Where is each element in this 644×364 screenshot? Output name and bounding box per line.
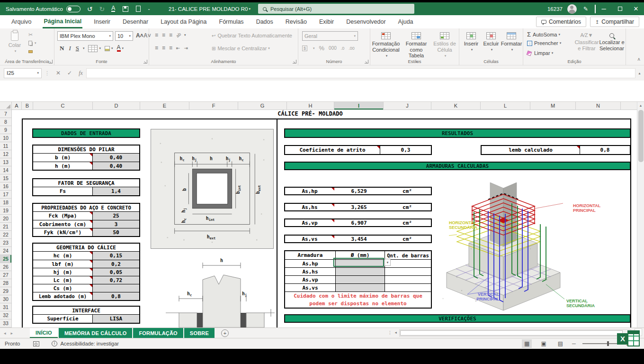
new-document-icon[interactable] <box>136 6 141 12</box>
orientation-icon[interactable]: ab <box>174 30 183 39</box>
as-hp-unit[interactable]: cm² <box>384 188 431 194</box>
close-button[interactable]: ✕ <box>628 2 644 15</box>
vertical-scrollbar[interactable]: ▲ <box>637 102 644 328</box>
geometria-title[interactable]: GEOMETRIA DO CÁLICE <box>33 244 139 252</box>
save-icon[interactable] <box>123 6 128 12</box>
cs-label[interactable]: Cs (m) <box>33 284 92 292</box>
align-top-icon[interactable]: ≡ <box>153 32 160 38</box>
column-header-M[interactable]: M <box>530 102 576 110</box>
input-data-banner[interactable]: DADOS DE ENTRADA <box>32 128 140 138</box>
increase-decimal-icon[interactable]: .0 <box>341 46 345 51</box>
comments-button[interactable]: Comentários <box>536 17 586 27</box>
zoom-slider[interactable] <box>582 343 619 344</box>
accessibility-status[interactable]: Acessibilidade: investigar <box>60 341 119 346</box>
barras-as-vs[interactable]: As,vs <box>285 284 335 291</box>
lemb-value[interactable]: 0,8 <box>580 146 630 154</box>
sheet-tab-formulacao[interactable]: FORMULAÇÃO <box>133 328 183 338</box>
pen-icon[interactable]: ✎ <box>583 6 588 12</box>
barras-as-hs[interactable]: As,hs <box>285 268 335 275</box>
merge-center-button[interactable]: ⊞ Mesclar e Centralizar ▾ <box>210 46 270 51</box>
vertical-scroll-thumb[interactable] <box>638 110 644 162</box>
fill-color-icon[interactable] <box>105 46 110 51</box>
tab-formulas[interactable]: Fórmulas <box>218 16 245 27</box>
bold-button[interactable]: N <box>57 45 66 52</box>
zoom-out-icon[interactable]: ─ <box>572 341 576 346</box>
formula-bar-drag-dots[interactable]: ⋮ <box>45 70 50 76</box>
cell-dropdown-icon[interactable]: ▼ <box>385 259 391 266</box>
barras-as-vp-qnt-input[interactable] <box>385 276 431 283</box>
tab-arquivo[interactable]: Arquivo <box>10 16 32 27</box>
copy-button[interactable]: ▾ <box>28 39 36 47</box>
decrease-indent-icon[interactable]: ⇤ <box>174 46 182 51</box>
percent-icon[interactable]: % <box>319 45 325 52</box>
delete-cells-button[interactable]: Excluir ▾ <box>481 29 501 52</box>
fyk-value[interactable]: 50 <box>92 228 139 236</box>
column-header-F[interactable]: F <box>189 102 238 110</box>
column-header-D[interactable]: D <box>93 102 140 110</box>
borders-icon[interactable] <box>88 45 98 52</box>
cut-button[interactable]: ✂ <box>28 30 36 39</box>
align-left-icon[interactable]: ≡ <box>153 45 160 51</box>
name-box[interactable]: I25 ▾ <box>4 68 42 78</box>
as-hs-value[interactable]: 3,265 <box>334 204 384 210</box>
interface-title[interactable]: INTERFACE <box>33 307 139 315</box>
cs-value[interactable] <box>92 284 139 292</box>
column-header-A[interactable]: A <box>12 102 22 110</box>
sheet-tab-inicio[interactable]: INÍCIO <box>30 328 58 338</box>
hc-value[interactable]: 0,15 <box>92 252 139 260</box>
formula-input[interactable] <box>86 68 635 78</box>
font-name-select[interactable]: IBM Plex Mono▾ <box>57 31 113 41</box>
align-right-icon[interactable]: ≡ <box>167 45 174 51</box>
atrito-value[interactable]: 0,3 <box>380 146 431 154</box>
armaduras-banner[interactable]: ARMADURAS CALCULADAS <box>284 162 631 170</box>
hj-value[interactable]: 0,05 <box>92 268 139 276</box>
font-color-icon[interactable]: A <box>111 6 115 12</box>
autosum-button[interactable]: Σ AutoSoma▾ <box>527 31 560 38</box>
horizontal-scrollbar[interactable]: ⁞ ◂ <box>389 328 631 337</box>
font-dialog-launcher-icon[interactable] <box>143 60 147 64</box>
selected-cell-outline[interactable] <box>333 258 384 267</box>
seguranca-title[interactable]: FATOR DE SEGURANÇA <box>33 179 139 187</box>
sheet-nav-left-icon[interactable]: ◂ <box>4 331 6 336</box>
as-vp-value[interactable]: 6,907 <box>334 219 384 226</box>
column-header-K[interactable]: K <box>431 102 481 110</box>
barras-as-hs-qnt-input[interactable] <box>385 268 431 275</box>
barras-as-vs-diametro-input[interactable] <box>335 284 385 291</box>
cobrimento-label[interactable]: Cobrimento (cm) <box>33 220 92 228</box>
verificacoes-banner[interactable]: VERIFICAÇÕES <box>284 314 631 323</box>
conditional-formatting-button[interactable]: Formatação Condicional ▾ <box>371 29 401 58</box>
alignment-dialog-launcher-icon[interactable] <box>293 60 296 64</box>
toggle-pill-icon[interactable] <box>66 6 80 12</box>
fs-label[interactable]: Fs <box>33 187 92 195</box>
fill-button[interactable]: ↓ Preencher▾ <box>527 40 561 46</box>
quick-access-chevron-icon[interactable]: ⌄ <box>147 7 151 11</box>
add-sheet-button[interactable]: + <box>221 329 229 337</box>
column-header-I[interactable]: I <box>334 102 384 110</box>
sheet-tab-memoria[interactable]: MEMÓRIA DE CÁLCULO <box>59 328 133 338</box>
tab-revisao[interactable]: Revisão <box>285 16 308 27</box>
sheet-tab-sobre[interactable]: SOBRE <box>184 328 215 338</box>
font-color-button[interactable]: A <box>117 45 121 52</box>
document-title[interactable]: 21- CALICE PRE MOLDADO R0 ▾ <box>169 6 250 12</box>
superficie-value[interactable]: LISA <box>92 315 139 323</box>
collapse-ribbon-icon[interactable]: ˄ <box>637 57 640 62</box>
sheet-nav-right-icon[interactable]: ▸ <box>11 331 13 336</box>
macro-record-icon[interactable] <box>33 341 39 346</box>
as-vp-unit[interactable]: cm² <box>384 219 431 226</box>
as-hp-value[interactable]: 6,529 <box>334 188 384 194</box>
as-hs-label[interactable]: As,hs <box>285 204 334 210</box>
as-vs-unit[interactable]: cm² <box>384 236 431 242</box>
wrap-text-button[interactable]: ↩ Quebrar Texto Automaticamente <box>210 33 292 38</box>
tab-exibir[interactable]: Exibir <box>318 16 335 27</box>
thousands-icon[interactable]: 000 <box>329 46 337 51</box>
decrease-decimal-icon[interactable]: .00 <box>349 46 355 51</box>
scroll-left-icon[interactable]: ◂ <box>393 329 399 337</box>
italic-button[interactable]: I <box>66 45 73 52</box>
lemb-adotado-value[interactable]: 0,8 <box>92 292 139 300</box>
as-vs-value[interactable]: 3,454 <box>334 236 384 242</box>
undo-icon[interactable]: ↺ <box>87 5 93 13</box>
underline-button[interactable]: S <box>73 45 81 52</box>
column-header-H[interactable]: H <box>287 102 334 110</box>
as-vp-label[interactable]: As,vp <box>285 219 334 226</box>
column-header-N[interactable]: N <box>576 102 621 110</box>
